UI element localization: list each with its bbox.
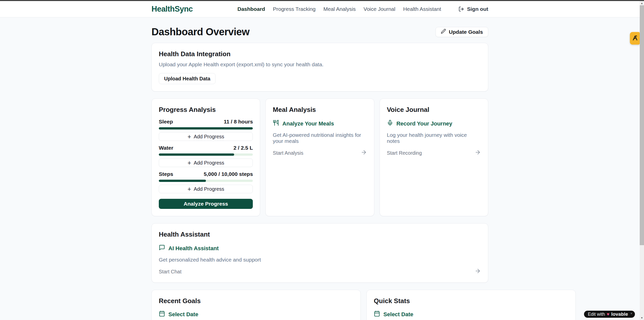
ai-health-assistant-label: AI Health Assistant <box>168 245 219 252</box>
scrollbar-down-button[interactable]: ▼ <box>640 316 644 320</box>
sign-out-label: Sign out <box>467 6 488 12</box>
add-progress-label: Add Progress <box>194 134 224 140</box>
scrollbar-thumb[interactable] <box>640 5 644 245</box>
start-recording-label: Start Recording <box>387 150 422 156</box>
water-progress-fill <box>159 153 234 156</box>
lovable-logo-icon <box>631 35 638 42</box>
calendar-icon <box>374 310 380 318</box>
sleep-value: 11 / 8 hours <box>224 119 253 125</box>
calendar-icon <box>159 310 165 318</box>
voice-journal-card: Voice Journal Record Your Journey Log yo… <box>380 99 488 216</box>
meal-analysis-card: Meal Analysis Analyze Your Meals Get AI-… <box>265 99 374 216</box>
ai-health-assistant-link[interactable]: AI Health Assistant <box>159 244 481 252</box>
start-analysis-label: Start Analysis <box>273 150 303 156</box>
meal-analysis-title: Meal Analysis <box>273 106 367 114</box>
meal-analysis-description: Get AI-powered nutritional insights for … <box>273 132 367 144</box>
arrow-right-icon <box>361 149 367 157</box>
sleep-label: Sleep <box>159 119 173 125</box>
nav-meal-analysis[interactable]: Meal Analysis <box>323 6 356 12</box>
nav-progress-tracking[interactable]: Progress Tracking <box>273 6 316 12</box>
nav-voice-journal[interactable]: Voice Journal <box>363 6 395 12</box>
app-header: HealthSync Dashboard Progress Tracking M… <box>0 1 644 17</box>
quick-stats-card: Quick Stats Select Date Today Yesterday … <box>366 290 576 320</box>
recent-goals-select-date[interactable]: Select Date <box>159 310 353 318</box>
progress-analysis-title: Progress Analysis <box>159 106 253 114</box>
steps-tracker: Steps 5,000 / 10,000 steps + Add Progres… <box>159 171 253 193</box>
recent-goals-title: Recent Goals <box>159 297 353 305</box>
sign-out-button[interactable]: Sign out <box>458 6 488 12</box>
analyze-your-meals-link[interactable]: Analyze Your Meals <box>273 120 367 127</box>
heart-icon: ♥ <box>607 312 609 317</box>
sleep-tracker: Sleep 11 / 8 hours + Add Progress <box>159 119 253 141</box>
update-goals-label: Update Goals <box>449 29 483 35</box>
start-chat-label: Start Chat <box>159 269 181 275</box>
pencil-icon <box>441 29 446 35</box>
health-data-description: Upload your Apple Health export (export.… <box>159 61 481 68</box>
water-value: 2 / 2.5 L <box>233 145 253 151</box>
update-goals-button[interactable]: Update Goals <box>436 27 488 37</box>
scrollbar-up-button[interactable]: ▲ <box>640 1 644 5</box>
record-your-journey-label: Record Your Journey <box>396 120 452 127</box>
water-label: Water <box>159 145 173 151</box>
health-assistant-card: Health Assistant AI Health Assistant Get… <box>151 223 488 283</box>
chat-bubble-icon <box>159 244 165 252</box>
window-top-strip <box>0 0 644 1</box>
vertical-scrollbar[interactable]: ▲ ▼ <box>640 1 644 320</box>
sleep-progress-bar <box>159 127 253 130</box>
record-your-journey-link[interactable]: Record Your Journey <box>387 120 481 127</box>
recent-goals-card: Recent Goals Select Date Today Yesterday… <box>151 290 361 320</box>
quick-stats-title: Quick Stats <box>374 297 568 305</box>
start-chat-link[interactable]: Start Chat <box>159 268 481 275</box>
upload-health-data-button[interactable]: Upload Health Data <box>159 73 216 84</box>
steps-add-progress-button[interactable]: + Add Progress <box>159 185 253 193</box>
microphone-icon <box>387 120 393 127</box>
voice-journal-description: Log your health journey with voice notes <box>387 132 481 144</box>
nav-dashboard[interactable]: Dashboard <box>237 6 265 12</box>
page-title: Dashboard Overview <box>151 26 250 38</box>
add-progress-label: Add Progress <box>194 160 224 166</box>
health-data-title: Health Data Integration <box>159 50 481 58</box>
arrow-right-icon <box>475 149 481 157</box>
health-assistant-title: Health Assistant <box>159 231 481 238</box>
steps-label: Steps <box>159 171 173 177</box>
start-analysis-link[interactable]: Start Analysis <box>273 149 367 157</box>
voice-journal-title: Voice Journal <box>387 106 481 114</box>
analyze-your-meals-label: Analyze Your Meals <box>282 120 334 127</box>
edit-with-label: Edit with <box>588 312 605 317</box>
water-add-progress-button[interactable]: + Add Progress <box>159 158 253 167</box>
quick-stats-select-date[interactable]: Select Date <box>374 310 568 318</box>
app-logo[interactable]: HealthSync <box>151 5 193 14</box>
arrow-right-icon <box>475 268 481 275</box>
nav-health-assistant[interactable]: Health Assistant <box>403 6 441 12</box>
water-progress-bar <box>159 153 253 156</box>
steps-progress-bar <box>159 180 253 182</box>
steps-value: 5,000 / 10,000 steps <box>204 171 253 177</box>
health-data-integration-card: Health Data Integration Upload your Appl… <box>151 43 488 91</box>
add-progress-label: Add Progress <box>194 186 224 192</box>
main-nav: Dashboard Progress Tracking Meal Analysi… <box>237 6 488 12</box>
sleep-add-progress-button[interactable]: + Add Progress <box>159 132 253 141</box>
utensils-icon <box>273 120 279 127</box>
edit-with-lovable-badge[interactable]: Edit with ♥ lovable × <box>584 311 635 318</box>
analyze-progress-button[interactable]: Analyze Progress <box>159 199 253 209</box>
steps-progress-fill <box>159 180 206 182</box>
badge-close-icon[interactable]: × <box>630 311 632 315</box>
sleep-progress-fill <box>159 127 253 130</box>
log-out-icon <box>458 6 464 12</box>
progress-analysis-card: Progress Analysis Sleep 11 / 8 hours + A… <box>151 99 260 216</box>
start-recording-link[interactable]: Start Recording <box>387 149 481 157</box>
feedback-side-tab[interactable] <box>630 32 640 45</box>
health-assistant-description: Get personalized health advice and suppo… <box>159 257 481 263</box>
water-tracker: Water 2 / 2.5 L + Add Progress <box>159 145 253 167</box>
select-date-label: Select Date <box>168 311 198 318</box>
select-date-label: Select Date <box>383 311 413 318</box>
lovable-label: lovable <box>611 311 628 317</box>
